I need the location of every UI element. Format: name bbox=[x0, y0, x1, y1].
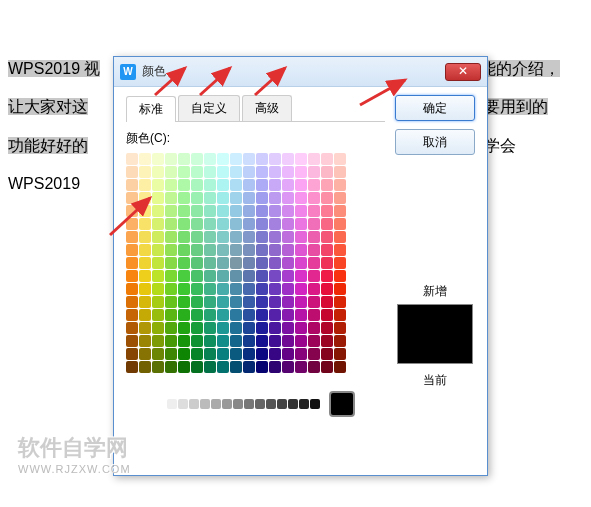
color-swatch[interactable] bbox=[217, 257, 229, 269]
color-swatch[interactable] bbox=[230, 179, 242, 191]
color-swatch[interactable] bbox=[165, 257, 177, 269]
color-swatch[interactable] bbox=[308, 244, 320, 256]
color-swatch[interactable] bbox=[217, 192, 229, 204]
color-swatch[interactable] bbox=[334, 296, 346, 308]
color-swatch[interactable] bbox=[230, 322, 242, 334]
color-swatch[interactable] bbox=[308, 192, 320, 204]
color-swatch[interactable] bbox=[178, 166, 190, 178]
color-swatch[interactable] bbox=[178, 361, 190, 373]
color-swatch[interactable] bbox=[217, 322, 229, 334]
color-swatch[interactable] bbox=[308, 166, 320, 178]
color-swatch[interactable] bbox=[165, 335, 177, 347]
color-swatch[interactable] bbox=[334, 166, 346, 178]
color-swatch[interactable] bbox=[230, 270, 242, 282]
color-swatch[interactable] bbox=[321, 179, 333, 191]
color-swatch[interactable] bbox=[204, 166, 216, 178]
color-swatch[interactable] bbox=[308, 296, 320, 308]
color-swatch[interactable] bbox=[243, 192, 255, 204]
color-swatch[interactable] bbox=[139, 166, 151, 178]
color-swatch[interactable] bbox=[204, 153, 216, 165]
color-swatch[interactable] bbox=[282, 244, 294, 256]
color-swatch[interactable] bbox=[204, 322, 216, 334]
color-swatch[interactable] bbox=[243, 348, 255, 360]
color-swatch[interactable] bbox=[243, 322, 255, 334]
gray-swatch[interactable] bbox=[222, 399, 232, 409]
gray-swatch[interactable] bbox=[189, 399, 199, 409]
color-swatch[interactable] bbox=[321, 348, 333, 360]
color-swatch[interactable] bbox=[308, 309, 320, 321]
color-swatch[interactable] bbox=[139, 309, 151, 321]
color-swatch[interactable] bbox=[230, 283, 242, 295]
color-swatch[interactable] bbox=[217, 335, 229, 347]
color-swatch[interactable] bbox=[334, 348, 346, 360]
color-swatch[interactable] bbox=[217, 153, 229, 165]
color-swatch[interactable] bbox=[295, 270, 307, 282]
color-swatch[interactable] bbox=[308, 361, 320, 373]
color-swatch[interactable] bbox=[334, 244, 346, 256]
color-swatch[interactable] bbox=[178, 322, 190, 334]
color-swatch[interactable] bbox=[204, 244, 216, 256]
color-swatch[interactable] bbox=[126, 309, 138, 321]
color-swatch[interactable] bbox=[282, 361, 294, 373]
color-swatch[interactable] bbox=[243, 309, 255, 321]
color-swatch[interactable] bbox=[256, 205, 268, 217]
color-swatch[interactable] bbox=[256, 244, 268, 256]
color-swatch[interactable] bbox=[334, 257, 346, 269]
color-swatch[interactable] bbox=[165, 166, 177, 178]
color-swatch[interactable] bbox=[269, 309, 281, 321]
color-swatch[interactable] bbox=[178, 335, 190, 347]
color-swatch[interactable] bbox=[230, 348, 242, 360]
color-swatch[interactable] bbox=[152, 257, 164, 269]
color-swatch[interactable] bbox=[204, 309, 216, 321]
color-swatch[interactable] bbox=[191, 179, 203, 191]
color-swatch[interactable] bbox=[295, 231, 307, 243]
color-swatch[interactable] bbox=[269, 296, 281, 308]
color-swatch[interactable] bbox=[204, 205, 216, 217]
color-swatch[interactable] bbox=[321, 231, 333, 243]
gray-swatch[interactable] bbox=[266, 399, 276, 409]
color-swatch[interactable] bbox=[139, 361, 151, 373]
color-swatch[interactable] bbox=[321, 361, 333, 373]
color-swatch[interactable] bbox=[256, 296, 268, 308]
color-swatch[interactable] bbox=[269, 218, 281, 230]
color-swatch[interactable] bbox=[243, 257, 255, 269]
gray-swatch[interactable] bbox=[277, 399, 287, 409]
color-swatch[interactable] bbox=[334, 335, 346, 347]
color-swatch[interactable] bbox=[204, 257, 216, 269]
color-swatch[interactable] bbox=[321, 218, 333, 230]
color-swatch[interactable] bbox=[230, 296, 242, 308]
tab-custom[interactable]: 自定义 bbox=[178, 95, 240, 121]
color-swatch[interactable] bbox=[282, 179, 294, 191]
color-swatch[interactable] bbox=[321, 296, 333, 308]
color-swatch[interactable] bbox=[191, 205, 203, 217]
color-swatch[interactable] bbox=[178, 205, 190, 217]
color-swatch[interactable] bbox=[139, 218, 151, 230]
color-swatch[interactable] bbox=[191, 153, 203, 165]
color-swatch[interactable] bbox=[334, 231, 346, 243]
color-swatch[interactable] bbox=[178, 192, 190, 204]
color-swatch[interactable] bbox=[178, 179, 190, 191]
color-swatch[interactable] bbox=[282, 153, 294, 165]
color-swatch[interactable] bbox=[165, 309, 177, 321]
color-swatch[interactable] bbox=[152, 309, 164, 321]
color-swatch[interactable] bbox=[243, 166, 255, 178]
color-swatch[interactable] bbox=[334, 218, 346, 230]
color-swatch[interactable] bbox=[165, 270, 177, 282]
color-swatch[interactable] bbox=[334, 205, 346, 217]
color-swatch[interactable] bbox=[152, 205, 164, 217]
color-swatch[interactable] bbox=[256, 179, 268, 191]
color-swatch[interactable] bbox=[217, 296, 229, 308]
color-swatch[interactable] bbox=[321, 257, 333, 269]
color-swatch[interactable] bbox=[178, 296, 190, 308]
color-swatch[interactable] bbox=[126, 348, 138, 360]
color-swatch[interactable] bbox=[139, 179, 151, 191]
color-swatch[interactable] bbox=[191, 322, 203, 334]
color-swatch[interactable] bbox=[269, 335, 281, 347]
color-swatch[interactable] bbox=[139, 322, 151, 334]
color-swatch[interactable] bbox=[191, 309, 203, 321]
color-swatch[interactable] bbox=[152, 218, 164, 230]
gray-swatch[interactable] bbox=[299, 399, 309, 409]
color-swatch[interactable] bbox=[334, 192, 346, 204]
color-swatch[interactable] bbox=[243, 335, 255, 347]
color-swatch[interactable] bbox=[165, 231, 177, 243]
